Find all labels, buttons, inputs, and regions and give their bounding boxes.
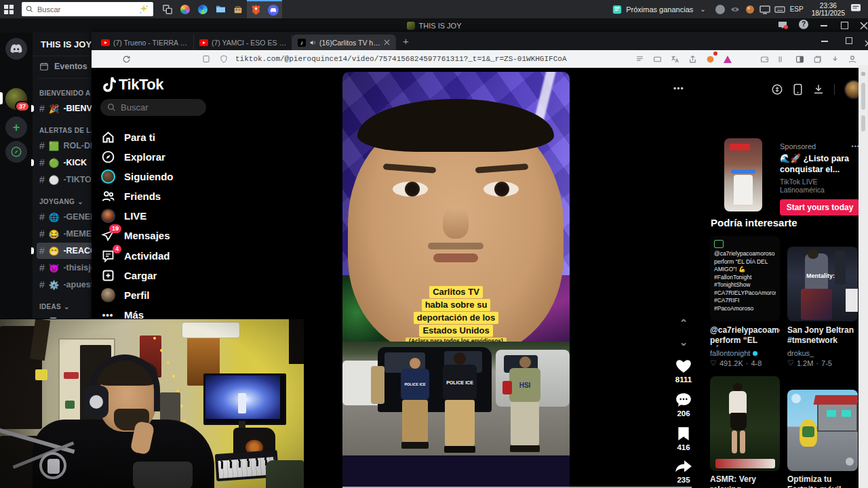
- browser-tab-1[interactable]: (7) Trueno - TIERRA ZANTA (Red Bu: [96, 35, 194, 50]
- like-icon[interactable]: [675, 358, 692, 374]
- notification-center-icon[interactable]: [850, 3, 861, 16]
- sponsored-source: TikTok LIVE Latinoamérica: [780, 178, 860, 194]
- nav-live[interactable]: LIVE: [100, 207, 146, 224]
- nav-explorar[interactable]: Explorar: [100, 148, 165, 165]
- site-shield-icon[interactable]: [218, 53, 230, 65]
- bookmark-icon[interactable]: [676, 426, 691, 442]
- tray-discord-icon[interactable]: [715, 4, 726, 15]
- suggestion-1-meta[interactable]: @ca7rielypacoamoroso perform “EL DÍA... …: [710, 325, 780, 367]
- browser-tab-3-active[interactable]: ♪ (16)Carlitos TV habla sobre ...: [292, 35, 396, 50]
- next-video-button[interactable]: ⌄: [679, 336, 688, 348]
- prev-video-button[interactable]: ⌃: [679, 317, 688, 329]
- tab-audio-icon: [309, 39, 316, 46]
- new-tab-button[interactable]: +: [403, 35, 409, 47]
- nav-siguiendo[interactable]: Siguiendo: [100, 167, 174, 185]
- tray-nvidia-icon[interactable]: [730, 4, 741, 15]
- suggestions-heading: Podría interesarte: [711, 217, 797, 228]
- suggestion-3-thumbnail[interactable]: [710, 376, 780, 471]
- comment-count: 206: [673, 409, 694, 418]
- channel-emoji: 😁: [49, 246, 60, 256]
- taskbar-search-input[interactable]: Buscar: [22, 2, 153, 16]
- edge-icon[interactable]: [194, 0, 212, 18]
- share-icon[interactable]: [675, 460, 692, 474]
- video-player[interactable]: △O HEADSHOT Carlitos TV habla sobre s: [342, 72, 570, 488]
- discord-taskbar-icon[interactable]: [264, 0, 282, 18]
- nav-friends[interactable]: Friends: [100, 187, 161, 205]
- browser-minimize-button[interactable]: [821, 41, 828, 42]
- suggestion-4-thumbnail[interactable]: [787, 390, 858, 471]
- get-app-icon[interactable]: [793, 83, 803, 96]
- suggestion-caption: Optimiza tu Fortnite móvil para que te..…: [787, 474, 858, 488]
- fullscreen-icon[interactable]: [651, 53, 663, 65]
- youtube-favicon: [199, 39, 208, 46]
- wallet-icon[interactable]: [758, 53, 770, 65]
- start-button[interactable]: [0, 0, 18, 18]
- reader-mode-icon[interactable]: [633, 53, 646, 65]
- sponsored-cta-button[interactable]: Start yours today: [780, 199, 860, 216]
- suggestion-author[interactable]: fallontonight: [710, 349, 750, 357]
- help-icon[interactable]: ?: [799, 20, 808, 29]
- download-icon[interactable]: [812, 83, 825, 96]
- sidebar-icon[interactable]: [793, 53, 806, 65]
- url-bar[interactable]: tiktok.com/@pieroquince14/video/75741568…: [235, 55, 566, 63]
- tray-app-icon[interactable]: [745, 4, 755, 15]
- browser-close-button[interactable]: [865, 37, 868, 49]
- suggestion-1-thumbnail[interactable]: @ca7rielypacoamoroso perform “EL DÍA DEL…: [710, 236, 780, 321]
- browser-maximize-button[interactable]: [846, 37, 852, 44]
- coins-icon[interactable]: [771, 83, 783, 96]
- sponsored-thumbnail[interactable]: [724, 138, 762, 211]
- sponsored-title[interactable]: 🌊🚀 ¿Listo para conquistar el...: [780, 153, 860, 175]
- nav-para-ti[interactable]: Para ti: [100, 128, 155, 146]
- copilot-icon[interactable]: [176, 0, 194, 18]
- profile-icon[interactable]: [846, 53, 859, 65]
- server-avatar[interactable]: 37: [5, 88, 27, 110]
- discord-home-button[interactable]: [5, 38, 27, 60]
- suggestion-2-thumbnail[interactable]: Mentality:: [787, 247, 858, 321]
- brave-icon[interactable]: [247, 0, 264, 18]
- reload-icon[interactable]: [120, 53, 132, 65]
- tray-expand-chevron[interactable]: ⌄: [700, 5, 705, 13]
- extensions-icon[interactable]: [704, 53, 716, 65]
- file-explorer-icon[interactable]: [212, 0, 229, 18]
- suggestion-author[interactable]: drokus_: [787, 349, 814, 357]
- taskbar-clock[interactable]: 23:36 18/11/2025: [812, 2, 845, 17]
- video-options-icon[interactable]: •••: [673, 84, 684, 94]
- split-view-icon[interactable]: [776, 53, 788, 65]
- tiktok-logo[interactable]: TikTok: [101, 76, 163, 94]
- suggestion-caption: San Jony Beltran #tmsnetwork #typ...: [787, 325, 858, 347]
- tab-search-icon[interactable]: [811, 53, 823, 65]
- discord-maximize-button[interactable]: [841, 22, 848, 29]
- suggestion-2-meta[interactable]: San Jony Beltran #tmsnetwork #typ... dro…: [787, 325, 858, 367]
- discord-minimize-button[interactable]: [821, 25, 827, 26]
- video-action-rail: ⌃ ⌄ 8111 206 416 235: [673, 317, 694, 484]
- tray-language[interactable]: ESP: [790, 5, 804, 13]
- tiktok-topbar: [771, 80, 863, 99]
- nav-actividad[interactable]: 4 Actividad: [100, 247, 170, 264]
- inbox-icon[interactable]: [777, 20, 788, 30]
- translate-icon[interactable]: [669, 53, 681, 65]
- tray-keyboard-icon[interactable]: [774, 4, 785, 15]
- discord-close-button[interactable]: [860, 20, 868, 33]
- suggestion-3-meta[interactable]: ASMR: Very relaxing, wonderful day! Full…: [710, 474, 780, 488]
- add-server-button[interactable]: +: [5, 117, 27, 138]
- nav-perfil[interactable]: Perfil: [100, 286, 150, 304]
- chevron-down-icon: ⌄: [64, 303, 70, 310]
- share-icon[interactable]: [686, 53, 698, 65]
- browser-tab-2[interactable]: (7) YAMCI - ESO ES POR MI (official: [194, 35, 292, 50]
- explore-servers-button[interactable]: [5, 141, 27, 163]
- nav-cargar[interactable]: Cargar: [100, 266, 157, 284]
- tiktok-search-input[interactable]: Buscar: [100, 99, 206, 116]
- store-icon[interactable]: [229, 0, 247, 18]
- brave-rewards-icon[interactable]: [722, 53, 734, 65]
- bookmark-bar-icon[interactable]: [200, 53, 212, 65]
- nav-mensajes[interactable]: 19 Mensajes: [100, 226, 170, 244]
- suggestion-4-meta[interactable]: Optimiza tu Fortnite móvil para que te..…: [787, 474, 858, 488]
- vertical-tab-strip[interactable]: [859, 65, 868, 488]
- tab-close-icon[interactable]: [384, 39, 390, 45]
- comment-icon[interactable]: [675, 392, 692, 408]
- discord-server-icon: [407, 22, 415, 30]
- widgets-button[interactable]: Próximas ganancias: [612, 5, 693, 14]
- tray-display-icon[interactable]: [760, 4, 770, 15]
- downloads-icon[interactable]: [829, 53, 841, 65]
- task-view-icon[interactable]: [159, 0, 176, 18]
